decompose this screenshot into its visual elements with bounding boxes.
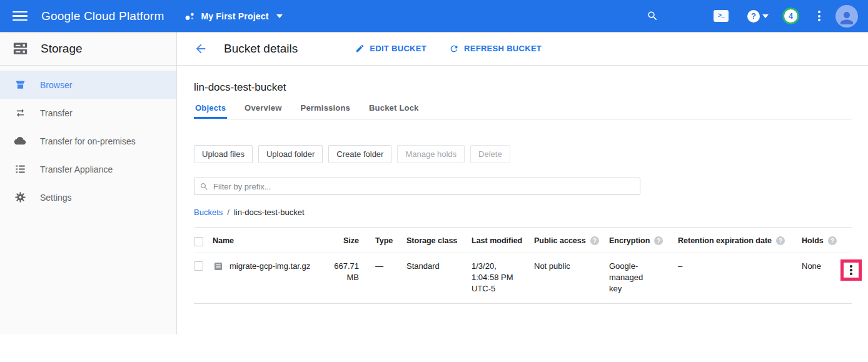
annotation-highlight-box	[840, 259, 862, 281]
column-label: Encryption	[609, 236, 650, 245]
search-icon[interactable]	[647, 10, 659, 22]
column-retention-expiration-date: Retention expiration date ?	[678, 236, 802, 245]
edit-bucket-button[interactable]: EDIT BUCKET	[355, 44, 426, 53]
sidebar-item-settings[interactable]: Settings	[0, 183, 176, 211]
column-type: Type	[375, 236, 406, 245]
column-holds: Holds ?	[802, 236, 839, 245]
column-last-modified: Last modified	[472, 236, 534, 245]
sidebar-item-label: Browser	[40, 80, 72, 90]
page-title: Bucket details	[224, 42, 298, 56]
help-menu[interactable]: ?	[747, 10, 769, 23]
column-size: Size	[336, 236, 359, 245]
breadcrumb: Buckets / lin-docs-test-bucket	[194, 208, 852, 217]
sidebar-item-label: Transfer Appliance	[40, 164, 113, 174]
search-icon	[199, 182, 209, 191]
sidebar-item-transfer[interactable]: Transfer	[0, 99, 176, 127]
object-type: —	[375, 261, 406, 272]
tab-bar: Objects Overview Permissions Bucket Lock	[194, 103, 852, 119]
avatar[interactable]	[835, 5, 858, 28]
column-label: Public access	[534, 236, 586, 245]
breadcrumb-current: lin-docs-test-bucket	[234, 208, 305, 217]
column-name: Name	[213, 236, 336, 245]
sidebar-item-transfer-on-premises[interactable]: Transfer for on-premises	[0, 127, 176, 155]
product-logo[interactable]: Google Cloud Platform	[41, 9, 164, 23]
tab-bucket-lock[interactable]: Bucket Lock	[368, 103, 420, 119]
object-storage-class: Standard	[406, 261, 472, 272]
transfer-arrows-icon	[0, 107, 40, 119]
sidebar-item-label: Transfer	[40, 108, 73, 118]
object-toolbar: Upload files Upload folder Create folder…	[194, 145, 852, 163]
help-icon[interactable]: ?	[590, 236, 599, 245]
sidebar-header: Storage	[0, 32, 176, 66]
more-options-icon[interactable]	[815, 8, 823, 24]
table-header-row: Name Size Type Storage class Last modifi…	[194, 228, 852, 253]
object-name-link[interactable]: migrate-gcp-img.tar.gz	[230, 261, 310, 272]
cloud-upload-icon	[0, 135, 40, 148]
storage-product-icon	[12, 40, 29, 57]
row-actions-menu-icon[interactable]	[848, 263, 854, 277]
upload-folder-button[interactable]: Upload folder	[258, 145, 323, 163]
column-label: Holds	[802, 236, 824, 245]
select-all-checkbox[interactable]	[194, 237, 203, 246]
sidebar-item-transfer-appliance[interactable]: Transfer Appliance	[0, 155, 176, 183]
project-name: My First Project	[201, 11, 268, 21]
hamburger-menu-icon[interactable]	[13, 9, 28, 24]
bucket-icon	[0, 79, 40, 91]
object-last-modified: 1/3/20, 1:04:58 PM UTC-5	[472, 261, 517, 294]
notifications-badge[interactable]: 4	[782, 8, 799, 24]
object-encryption: Google-managed key	[609, 261, 658, 294]
upload-files-button[interactable]: Upload files	[194, 145, 253, 163]
tab-permissions[interactable]: Permissions	[300, 103, 352, 119]
sidebar-item-label: Transfer for on-premises	[40, 136, 136, 146]
project-selector[interactable]: My First Project	[184, 11, 282, 22]
topbar: Google Cloud Platform My First Project >…	[0, 0, 868, 32]
row-checkbox[interactable]	[194, 261, 203, 271]
breadcrumb-separator: /	[227, 208, 230, 217]
sidebar: Storage Browser Transfer Transfer for on…	[0, 32, 177, 334]
sidebar-item-browser[interactable]: Browser	[0, 71, 176, 99]
refresh-icon	[449, 44, 459, 54]
page-header: Bucket details EDIT BUCKET REFRESH BUCKE…	[177, 32, 868, 66]
breadcrumb-buckets-link[interactable]: Buckets	[194, 208, 223, 217]
tab-overview[interactable]: Overview	[243, 103, 283, 119]
transfer-appliance-icon	[0, 163, 40, 175]
person-icon	[837, 9, 856, 28]
create-folder-button[interactable]: Create folder	[328, 145, 391, 163]
cloud-shell-icon[interactable]: >_	[714, 10, 729, 22]
chevron-down-icon	[276, 14, 283, 18]
bucket-name: lin-docs-test-bucket	[194, 81, 852, 94]
back-arrow-icon[interactable]	[194, 42, 210, 56]
column-public-access: Public access ?	[534, 236, 609, 245]
column-label: Retention expiration date	[678, 236, 772, 245]
cloud-shell-glyph: >_	[718, 13, 724, 19]
pencil-icon	[355, 44, 365, 53]
manage-holds-button: Manage holds	[397, 145, 465, 163]
tab-objects[interactable]: Objects	[194, 103, 227, 119]
object-public-access: Not public	[534, 261, 609, 272]
object-holds: None	[802, 261, 839, 272]
notification-count: 4	[789, 12, 793, 21]
sidebar-title: Storage	[41, 42, 83, 56]
sidebar-item-label: Settings	[40, 193, 72, 203]
help-icon[interactable]: ?	[654, 236, 663, 245]
filter-box	[194, 178, 640, 195]
column-storage-class: Storage class	[406, 236, 472, 245]
help-icon: ?	[747, 10, 760, 23]
refresh-bucket-label: REFRESH BUCKET	[464, 44, 542, 53]
object-retention-expiration-date: –	[678, 261, 802, 272]
filter-by-prefix-input[interactable]	[213, 182, 635, 191]
help-icon[interactable]: ?	[776, 236, 785, 245]
file-icon	[213, 261, 224, 272]
project-icon	[184, 11, 195, 22]
chevron-down-icon	[762, 14, 769, 18]
column-encryption: Encryption ?	[609, 236, 678, 245]
main-panel: Bucket details EDIT BUCKET REFRESH BUCKE…	[177, 32, 868, 334]
delete-button: Delete	[470, 145, 510, 163]
refresh-bucket-button[interactable]: REFRESH BUCKET	[449, 44, 542, 54]
gear-icon	[0, 191, 40, 203]
help-icon[interactable]: ?	[828, 236, 837, 245]
edit-bucket-label: EDIT BUCKET	[370, 44, 426, 53]
table-row: migrate-gcp-img.tar.gz 667.71 MB — Stand…	[194, 253, 852, 304]
object-size: 667.71 MB	[334, 261, 359, 283]
objects-table: Name Size Type Storage class Last modifi…	[194, 227, 852, 304]
